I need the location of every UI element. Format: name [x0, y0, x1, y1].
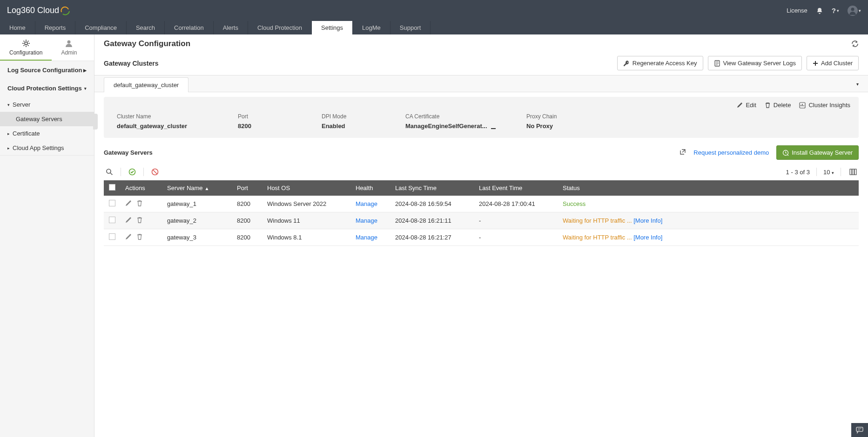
- pencil-icon: [737, 102, 743, 108]
- cluster-port-label: Port: [238, 113, 303, 120]
- svg-point-2: [25, 42, 27, 45]
- manage-health-link[interactable]: Manage: [356, 200, 377, 207]
- cluster-insights-button[interactable]: Cluster Insights: [799, 102, 850, 109]
- sub-tab-configuration[interactable]: Configuration: [0, 34, 52, 61]
- last-sync-cell: 2024-08-28 16:21:11: [390, 212, 474, 229]
- row-checkbox[interactable]: [109, 200, 115, 206]
- sidebar: Configuration Admin Log Source Configura…: [0, 34, 94, 437]
- sidebar-item-cloud-app-settings[interactable]: ▸ Cloud App Settings: [0, 141, 94, 155]
- col-host-os[interactable]: Host OS: [262, 180, 351, 196]
- download-icon[interactable]: [490, 123, 497, 130]
- sidebar-item-label: Certificate: [13, 130, 40, 137]
- main-nav-item-support[interactable]: Support: [390, 21, 431, 34]
- user-menu[interactable]: ▾: [848, 6, 861, 16]
- external-link-icon[interactable]: [680, 149, 686, 157]
- port-cell: 8200: [232, 196, 262, 212]
- row-checkbox[interactable]: [109, 217, 115, 223]
- more-info-link[interactable]: [More Info]: [633, 234, 662, 241]
- server-name-cell: gateway_3: [162, 229, 232, 246]
- col-server-name[interactable]: Server Name▲: [162, 180, 232, 196]
- sidebar-item-certificate[interactable]: ▸ Certificate: [0, 126, 94, 141]
- delete-cluster-button[interactable]: Delete: [765, 102, 791, 109]
- cluster-tab[interactable]: default_gateway_cluster: [104, 77, 188, 92]
- col-health[interactable]: Health: [351, 180, 390, 196]
- main-nav-item-correlation[interactable]: Correlation: [165, 21, 214, 34]
- main-nav-item-reports[interactable]: Reports: [35, 21, 76, 34]
- manage-health-link[interactable]: Manage: [356, 217, 377, 224]
- select-all-checkbox[interactable]: [109, 184, 115, 191]
- pagination-info: 1 - 3 of 3: [786, 169, 810, 176]
- main-nav-item-compliance[interactable]: Compliance: [75, 21, 127, 34]
- col-actions[interactable]: Actions: [121, 180, 162, 196]
- delete-row-icon[interactable]: [136, 217, 143, 225]
- install-gateway-server-button[interactable]: Install Gateway Server: [776, 145, 859, 160]
- svg-rect-13: [856, 427, 863, 431]
- gateway-servers-title: Gateway Servers: [104, 149, 153, 156]
- column-settings-icon[interactable]: [848, 167, 859, 177]
- svg-point-3: [67, 41, 71, 44]
- col-last-sync[interactable]: Last Sync Time: [390, 180, 474, 196]
- manage-health-link[interactable]: Manage: [356, 234, 377, 241]
- refresh-icon[interactable]: [851, 40, 859, 49]
- table-row: gateway_2 8200 Windows 11 Manage 2024-08…: [104, 212, 859, 229]
- help-dropdown[interactable]: ?▾: [832, 7, 839, 14]
- main-nav: HomeReportsComplianceSearchCorrelationAl…: [0, 21, 868, 34]
- ca-cert-value: ManageEngineSelfGenerat...: [405, 123, 508, 130]
- main-nav-item-settings[interactable]: Settings: [312, 21, 353, 34]
- sidebar-section-label: Cloud Protection Settings: [7, 85, 82, 92]
- notifications-icon[interactable]: [816, 7, 823, 14]
- col-last-event[interactable]: Last Event Time: [474, 180, 558, 196]
- trash-icon: [765, 102, 771, 108]
- top-header: Log360 Cloud License ?▾ ▾: [0, 0, 868, 21]
- add-cluster-button[interactable]: Add Cluster: [807, 56, 859, 70]
- delete-row-icon[interactable]: [136, 200, 143, 208]
- host-os-cell: Windows 11: [262, 212, 351, 229]
- sidebar-item-gateway-servers[interactable]: Gateway Servers: [0, 112, 94, 126]
- sidebar-section-cloud-protection[interactable]: Cloud Protection Settings ▾: [0, 79, 94, 97]
- col-status[interactable]: Status: [558, 180, 859, 196]
- sub-tabs: Configuration Admin: [0, 34, 94, 61]
- request-demo-link[interactable]: Request personalized demo: [693, 149, 769, 156]
- main-nav-item-cloud-protection[interactable]: Cloud Protection: [248, 21, 312, 34]
- edit-row-icon[interactable]: [125, 200, 132, 208]
- chevron-right-icon: ▶: [83, 68, 87, 73]
- insights-icon: [799, 102, 806, 109]
- sidebar-item-server[interactable]: ▾ Server: [0, 97, 94, 112]
- page-size-selector[interactable]: 10 ▾: [823, 169, 834, 176]
- regenerate-access-key-button[interactable]: Regenerate Access Key: [617, 56, 703, 70]
- plus-icon: [813, 61, 818, 66]
- enable-icon[interactable]: [127, 167, 138, 177]
- edit-row-icon[interactable]: [125, 217, 132, 225]
- caret-right-icon: ▸: [7, 131, 10, 136]
- edit-cluster-button[interactable]: Edit: [737, 102, 756, 109]
- sub-tab-admin[interactable]: Admin: [52, 34, 86, 61]
- more-info-link[interactable]: [More Info]: [633, 217, 662, 224]
- chevron-down-icon: ▾: [84, 86, 87, 91]
- view-gateway-logs-button[interactable]: View Gateway Server Logs: [708, 56, 802, 70]
- col-port[interactable]: Port: [232, 180, 262, 196]
- license-link[interactable]: License: [787, 7, 807, 14]
- cluster-port-value: 8200: [238, 123, 303, 130]
- table-row: gateway_1 8200 Windows Server 2022 Manag…: [104, 196, 859, 212]
- main-nav-item-search[interactable]: Search: [127, 21, 165, 34]
- delete-row-icon[interactable]: [136, 233, 143, 241]
- row-checkbox[interactable]: [109, 233, 115, 240]
- svg-point-7: [107, 169, 111, 173]
- main-nav-item-home[interactable]: Home: [0, 21, 35, 34]
- last-sync-cell: 2024-08-28 16:59:54: [390, 196, 474, 212]
- sidebar-item-label: Gateway Servers: [16, 116, 62, 123]
- edit-row-icon[interactable]: [125, 233, 132, 241]
- dropdown-caret-icon[interactable]: ▾: [856, 82, 859, 87]
- main-nav-item-alerts[interactable]: Alerts: [214, 21, 248, 34]
- main-nav-item-logme[interactable]: LogMe: [353, 21, 390, 34]
- proxy-chain-label: Proxy Chain: [526, 113, 592, 120]
- dpi-mode-label: DPI Mode: [322, 113, 387, 120]
- proxy-chain-value: No Proxy: [526, 123, 592, 130]
- clusters-section-title: Gateway Clusters: [104, 60, 159, 67]
- search-icon[interactable]: [104, 167, 115, 177]
- user-icon: [65, 39, 73, 48]
- chat-feedback-button[interactable]: [851, 423, 868, 437]
- cluster-details-panel: Edit Delete Cluster Insights Cluster Nam…: [104, 97, 859, 138]
- sidebar-section-log-source[interactable]: Log Source Configuration ▶: [0, 61, 94, 79]
- disable-icon[interactable]: [149, 167, 161, 177]
